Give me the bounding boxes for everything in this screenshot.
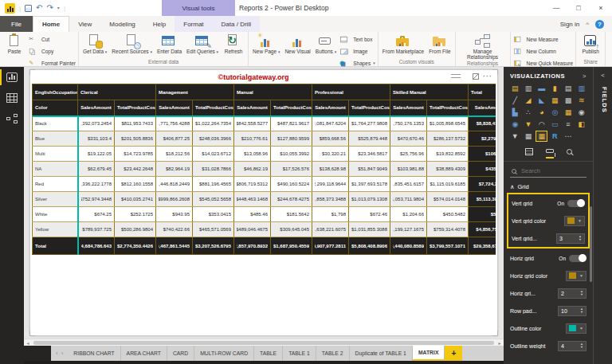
matrix-cell[interactable]: $1,771,756.4288 [156, 116, 193, 131]
matrix-cell[interactable]: $859,668.56 [312, 131, 349, 147]
column-group-header-total[interactable]: Total [469, 84, 496, 100]
canvas-horizontal-scrollbar[interactable]: ◂ ▸ [24, 339, 504, 346]
matrix-cell[interactable]: $1,750,176.1353 [390, 116, 427, 131]
matrix-cell[interactable]: $23,442.2648 [115, 162, 156, 177]
matrix-cell[interactable]: $406,877.25 [156, 131, 193, 147]
column-group-header[interactable]: Skilled Manual [390, 84, 469, 100]
matrix-cell[interactable]: $309,645.045 [271, 222, 312, 237]
matrix-cell[interactable]: $545,052.5658 [193, 192, 234, 207]
gauge-icon[interactable]: ◠ [536, 119, 547, 130]
matrix-cell[interactable]: $51,847.9049 [349, 162, 390, 177]
matrix-cell[interactable]: $1,022,264.7354 [193, 116, 234, 131]
page-tab-table-1[interactable]: TABLE 1 [283, 346, 316, 361]
matrix-cell[interactable]: $14,023.6712 [193, 147, 234, 162]
matrix-cell[interactable]: $30,320.21 [312, 147, 349, 162]
matrix-cell[interactable]: $752,974.3448 [78, 192, 115, 207]
matrix-cell[interactable]: $490,160.5224 [271, 177, 312, 192]
page-tab-card[interactable]: CARD [167, 346, 194, 361]
stacked-column-chart-icon[interactable]: ▥ [523, 83, 535, 94]
matrix-cell[interactable]: $210,776.61 [234, 131, 271, 147]
kpi-icon[interactable]: ◧ [575, 119, 587, 130]
collapse-visualizations-icon[interactable]: > [583, 72, 586, 80]
matrix-cell[interactable]: $806,719.5312 [234, 177, 271, 192]
matrix-cell[interactable]: $1,392,073.2454 [78, 116, 115, 131]
matrix-cell[interactable]: $1,053,711.9804 [390, 192, 427, 207]
menu-tab-help[interactable]: Help [144, 16, 175, 32]
matrix-cell[interactable]: $448,463.1468 [234, 192, 271, 207]
ribbon-button-manage-relationships[interactable]: Manage Relationships [458, 33, 508, 61]
slicer-icon[interactable]: ▼ [509, 131, 521, 142]
matrix-cell[interactable]: $353.0415 [193, 207, 234, 222]
next-page-icon[interactable]: › [61, 350, 64, 357]
model-view-icon[interactable] [0, 108, 24, 129]
card-icon[interactable]: ▭ [549, 119, 561, 130]
matrix-cell[interactable]: $1,638,221.6075 [312, 222, 349, 237]
row-header[interactable]: Yellow [33, 222, 78, 237]
matrix-total-cell[interactable]: $5,467,861.5445 [156, 237, 193, 255]
matrix-cell[interactable]: $181.5642 [271, 207, 312, 222]
matrix-cell[interactable]: $19,122.05 [78, 147, 115, 162]
report-page[interactable]: ©tutorialgateway.org ··· EnglishOccupati… [30, 70, 497, 335]
ribbon-button-new-page[interactable]: ✳New Page ▾ [251, 33, 281, 68]
toggle-switch[interactable] [567, 200, 585, 207]
ribbon-button-buttons[interactable]: Buttons ▾ [314, 33, 338, 68]
matrix-total-cell[interactable]: $6,440,080.8589 [390, 237, 427, 255]
matrix-cell[interactable]: $5,113,389.087 [469, 192, 496, 207]
matrix-cell[interactable]: $252.1725 [115, 207, 156, 222]
sign-in-link[interactable]: Sign in [560, 21, 579, 28]
ribbon-button-image[interactable]: Image [339, 45, 375, 57]
menu-tab-home[interactable]: Home [33, 16, 69, 32]
ribbon-button-new-measure[interactable]: New Measure [513, 33, 574, 45]
stepper-arrows-icon[interactable]: ▲▼ [580, 342, 583, 349]
focus-mode-icon[interactable] [473, 73, 479, 80]
row-header[interactable]: NA [33, 162, 78, 177]
total-row-header[interactable]: Total [33, 237, 78, 255]
ribbon-button-edit-queries[interactable]: ✎Edit Queries ▾ [185, 33, 220, 59]
matrix-cell[interactable]: $435,116.4 [469, 162, 496, 177]
row-header[interactable]: Silver [33, 192, 78, 207]
maximize-button[interactable]: □ [567, 0, 590, 16]
undo-icon[interactable]: ↶ [36, 4, 42, 12]
filled-map-icon[interactable]: ◉ [509, 119, 521, 130]
matrix-total-cell[interactable]: $1,687,950.4559 [271, 237, 312, 255]
matrix-cell[interactable]: $2,299,118.9644 [312, 177, 349, 192]
matrix-total-cell[interactable]: $4,684,786.643 [78, 237, 115, 255]
matrix-cell[interactable]: $674.25 [78, 207, 115, 222]
matrix-cell[interactable]: $38,889.4309 [427, 162, 469, 177]
page-tab-ribbon-chart[interactable]: RIBBON CHART [68, 346, 120, 361]
matrix-cell[interactable]: $811,953.7433 [115, 116, 156, 131]
multi-row-card-icon[interactable]: ≡ [563, 119, 575, 130]
matrix-row-field-header[interactable]: Color [33, 100, 78, 116]
measure-header-total[interactable]: SalesAmount [469, 100, 496, 116]
data-view-icon[interactable] [0, 88, 24, 108]
grid-section-header[interactable]: ∧ Grid [504, 179, 593, 191]
ribbon-button-enter-data[interactable]: Enter Data [155, 33, 183, 59]
line-and-stacked-column-chart-icon[interactable]: ▦ [549, 95, 561, 106]
matrix-visual[interactable]: EnglishOccupationClericalManagementManua… [32, 84, 496, 255]
matrix-cell[interactable]: $410,035.2741 [115, 192, 156, 207]
measure-header[interactable]: SalesAmount [390, 100, 427, 116]
ribbon-chart-icon[interactable]: ≋ [575, 95, 587, 106]
stepper-arrows-icon[interactable]: ▲▼ [580, 307, 583, 314]
ribbon-button-from-marketplace[interactable]: From Marketplace [381, 33, 426, 59]
waterfall-chart-icon[interactable]: ▙ [509, 107, 521, 118]
matrix-cell[interactable]: $1,835,451.6157 [390, 177, 427, 192]
matrix-cell[interactable]: $789,937.725 [78, 222, 115, 237]
table-icon[interactable]: ▦ [523, 131, 535, 142]
ribbon-button-paste[interactable]: Paste [2, 33, 26, 68]
measure-header[interactable]: SalesAmount [78, 100, 115, 116]
stacked-area-chart-icon[interactable]: ◣ [536, 95, 547, 106]
matrix-cell[interactable]: $19,832.8592 [427, 147, 469, 162]
prev-page-icon[interactable]: ‹ [56, 350, 58, 357]
help-icon[interactable]: ? [595, 20, 604, 29]
expand-fields-icon[interactable]: < [594, 67, 612, 79]
row-header[interactable]: Multi [33, 147, 78, 162]
matrix-cell[interactable]: $62,679.45 [78, 162, 115, 177]
matrix-cell[interactable]: $999,866.2608 [156, 192, 193, 207]
matrix-cell[interactable]: $8,838,411.957 [469, 116, 496, 131]
color-picker-dropdown[interactable]: ▼ [566, 271, 586, 281]
page-tab-multi-row-card[interactable]: MULTI-ROW CARD [194, 346, 254, 361]
ribbon-button-new-visual[interactable]: New Visual [283, 33, 312, 68]
matrix-icon[interactable]: ▦ [536, 131, 547, 142]
matrix-total-cell[interactable]: $29,358,677.226 [469, 237, 496, 255]
